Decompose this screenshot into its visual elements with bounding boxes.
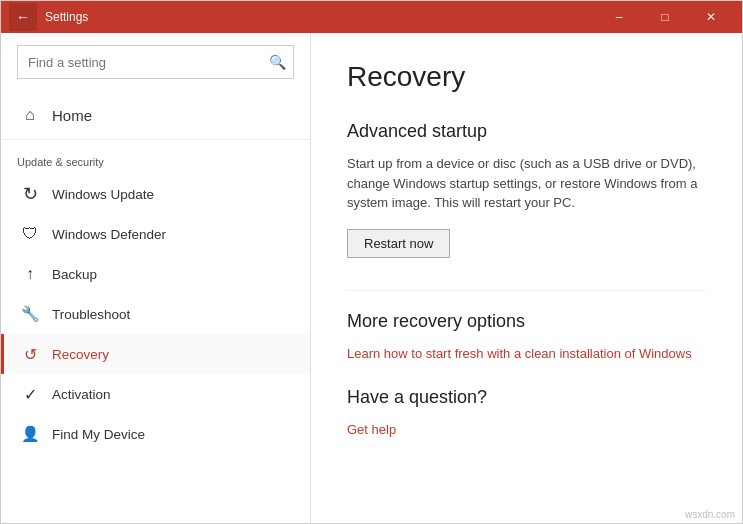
advanced-startup-desc: Start up from a device or disc (such as … [347,154,706,213]
clean-install-link[interactable]: Learn how to start fresh with a clean in… [347,346,692,361]
have-a-question-title: Have a question? [347,387,706,408]
search-input[interactable] [17,45,294,79]
search-icon: 🔍 [269,54,286,70]
sidebar-item-windows-update[interactable]: ↻ Windows Update [1,174,310,214]
page-title: Recovery [347,61,706,93]
sidebar: 🔍 ⌂ Home Update & security ↻ Windows Upd… [1,33,311,523]
watermark: wsxdn.com [685,509,735,520]
section-divider [347,290,706,291]
back-button[interactable]: ← [9,3,37,31]
sidebar-item-recovery[interactable]: ↺ Recovery [1,334,310,374]
search-button[interactable]: 🔍 [260,45,294,79]
sidebar-item-windows-defender[interactable]: 🛡 Windows Defender [1,214,310,254]
shield-icon: 🛡 [20,224,40,244]
titlebar-title: Settings [45,10,596,24]
sidebar-item-label: Activation [52,387,111,402]
close-button[interactable]: ✕ [688,1,734,33]
titlebar-controls: – □ ✕ [596,1,734,33]
content-area: Recovery Advanced startup Start up from … [311,33,742,523]
home-label: Home [52,107,92,124]
sidebar-item-label: Troubleshoot [52,307,130,322]
more-recovery-title: More recovery options [347,311,706,332]
sidebar-section-label: Update & security [1,144,310,174]
troubleshoot-icon: 🔧 [20,304,40,324]
backup-icon: ↑ [20,264,40,284]
sidebar-item-label: Recovery [52,347,109,362]
titlebar: ← Settings – □ ✕ [1,1,742,33]
activation-icon: ✓ [20,384,40,404]
settings-window: ← Settings – □ ✕ 🔍 ⌂ Home Update & s [0,0,743,524]
main-area: 🔍 ⌂ Home Update & security ↻ Windows Upd… [1,33,742,523]
sidebar-item-activation[interactable]: ✓ Activation [1,374,310,414]
sidebar-item-label: Windows Update [52,187,154,202]
advanced-startup-title: Advanced startup [347,121,706,142]
find-my-device-icon: 👤 [20,424,40,444]
sidebar-item-label: Find My Device [52,427,145,442]
minimize-button[interactable]: – [596,1,642,33]
search-box: 🔍 [17,45,294,79]
sidebar-item-troubleshoot[interactable]: 🔧 Troubleshoot [1,294,310,334]
sidebar-item-home[interactable]: ⌂ Home [1,91,310,140]
recovery-icon: ↺ [20,344,40,364]
sidebar-item-backup[interactable]: ↑ Backup [1,254,310,294]
maximize-button[interactable]: □ [642,1,688,33]
sidebar-item-label: Windows Defender [52,227,166,242]
sidebar-item-label: Backup [52,267,97,282]
windows-update-icon: ↻ [20,184,40,204]
restart-now-button[interactable]: Restart now [347,229,450,258]
get-help-link[interactable]: Get help [347,422,396,437]
home-icon: ⌂ [20,105,40,125]
sidebar-item-find-my-device[interactable]: 👤 Find My Device [1,414,310,454]
